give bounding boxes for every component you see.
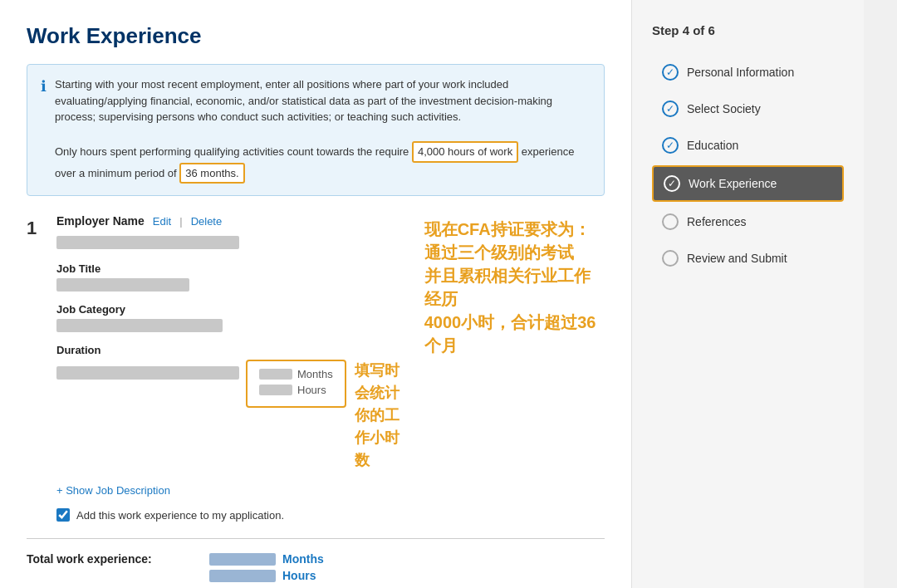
add-experience-checkbox[interactable] (56, 508, 70, 522)
job-category-label: Job Category (56, 303, 408, 316)
employer-section: 1 Employer Name Edit | Delete Job Title (27, 214, 605, 538)
employer-header: Employer Name Edit | Delete (56, 214, 408, 228)
duration-row: Months Hours 填写时会统计你的工作小时数 (56, 360, 408, 472)
duration-months-row: Months (259, 368, 333, 380)
check-icon-education: ✓ (662, 137, 679, 154)
sidebar-item-personal-info[interactable]: ✓ Personal Information (652, 56, 844, 89)
edit-link[interactable]: Edit (153, 215, 171, 228)
total-months-label: Months (282, 552, 324, 566)
total-row: Total work experience: Months Hours (27, 552, 605, 582)
months-value (259, 369, 292, 380)
sidebar-item-education[interactable]: ✓ Education (652, 129, 844, 162)
page-title: Work Experience (27, 23, 605, 49)
duration-label: Duration (56, 344, 408, 356)
sidebar-item-select-society[interactable]: ✓ Select Society (652, 92, 844, 125)
info-box: ℹ Starting with your most recent employm… (27, 64, 605, 196)
divider (27, 538, 605, 539)
sidebar-label-personal: Personal Information (687, 66, 794, 79)
sidebar-label-work: Work Experience (689, 177, 777, 190)
months-highlight: 36 months. (179, 163, 244, 184)
check-icon-review (662, 250, 679, 267)
sidebar-item-review-submit[interactable]: Review and Submit (652, 242, 844, 275)
separator: | (179, 215, 182, 228)
job-category-field: Job Category (56, 303, 408, 332)
total-hours-row: Hours (209, 569, 324, 582)
hours-highlight: 4,000 hours of work (412, 141, 518, 163)
sidebar-item-references[interactable]: References (652, 205, 844, 238)
sidebar: Step 4 of 6 ✓ Personal Information ✓ Sel… (631, 0, 864, 588)
show-job-link[interactable]: + Show Job Description (56, 484, 170, 497)
show-job-row: + Show Job Description (56, 483, 408, 497)
total-label: Total work experience: (27, 552, 193, 566)
main-content: Work Experience ℹ Starting with your mos… (0, 0, 631, 588)
annotation-hours: 填写时会统计你的工作小时数 (355, 360, 408, 472)
info-box-text: Starting with your most recent employmen… (55, 76, 591, 184)
check-icon-society: ✓ (662, 100, 679, 117)
sidebar-label-review: Review and Submit (687, 252, 787, 265)
check-icon-personal: ✓ (662, 64, 679, 81)
total-months-bar (209, 553, 276, 566)
job-title-label: Job Title (56, 262, 408, 275)
checkbox-label: Add this work experience to my applicati… (76, 509, 284, 522)
sidebar-item-work-experience[interactable]: ✓ Work Experience (652, 165, 844, 202)
employer-name-value (56, 236, 239, 249)
step-label: Step 4 of 6 (652, 23, 844, 37)
sidebar-label-education: Education (687, 139, 738, 152)
sidebar-label-references: References (687, 215, 747, 228)
duration-section: Duration Months Hours (56, 344, 408, 472)
checkbox-row: Add this work experience to my applicati… (56, 508, 408, 522)
employer-name-label: Employer Name (56, 214, 145, 228)
check-icon-references (662, 213, 679, 230)
duration-bar (56, 366, 239, 380)
delete-link[interactable]: Delete (191, 215, 223, 228)
check-icon-work: ✓ (664, 175, 680, 192)
total-months-row: Months (209, 552, 324, 566)
job-title-field: Job Title (56, 262, 408, 292)
hours-value (259, 385, 292, 395)
job-category-value (56, 319, 223, 332)
employer-form: Employer Name Edit | Delete Job Title Jo… (56, 214, 408, 538)
duration-hours-row: Hours (259, 384, 333, 396)
info-icon: ℹ (41, 77, 47, 184)
total-hours-label: Hours (282, 569, 316, 582)
sidebar-label-society: Select Society (687, 102, 761, 115)
job-title-value (56, 278, 189, 292)
total-hours-bar (209, 570, 276, 582)
employer-number: 1 (27, 214, 56, 538)
duration-input-box: Months Hours (246, 360, 346, 408)
annotation-cfa: 现在CFA持证要求为： 通过三个级别的考试 并且累积相关行业工作经历 4000小… (424, 218, 605, 357)
total-values: Months Hours (209, 552, 324, 582)
